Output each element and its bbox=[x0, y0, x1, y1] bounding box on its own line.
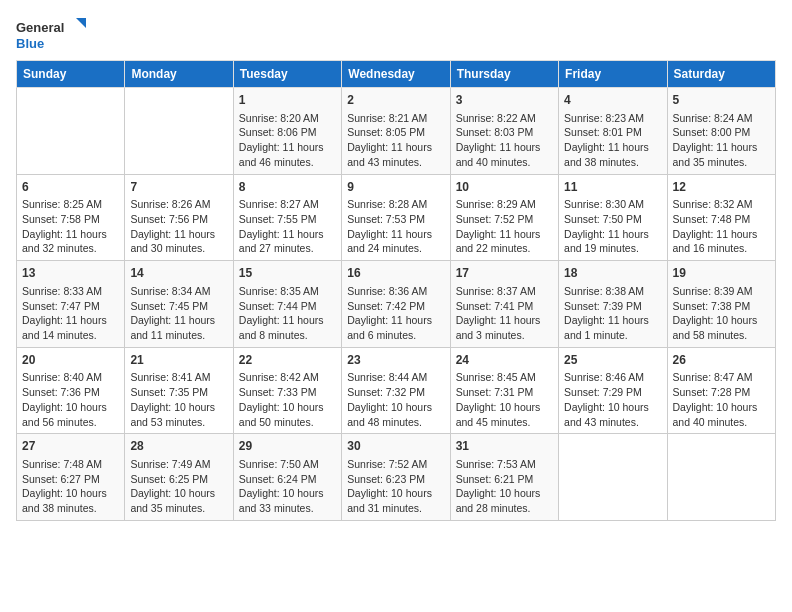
header-row: SundayMondayTuesdayWednesdayThursdayFrid… bbox=[17, 61, 776, 88]
day-cell: 11Sunrise: 8:30 AMSunset: 7:50 PMDayligh… bbox=[559, 174, 667, 261]
week-row-4: 20Sunrise: 8:40 AMSunset: 7:36 PMDayligh… bbox=[17, 347, 776, 434]
day-number: 24 bbox=[456, 352, 553, 369]
day-number: 27 bbox=[22, 438, 119, 455]
svg-marker-2 bbox=[76, 18, 86, 28]
day-number: 19 bbox=[673, 265, 770, 282]
day-cell: 1Sunrise: 8:20 AMSunset: 8:06 PMDaylight… bbox=[233, 88, 341, 175]
calendar-table: SundayMondayTuesdayWednesdayThursdayFrid… bbox=[16, 60, 776, 521]
col-header-saturday: Saturday bbox=[667, 61, 775, 88]
day-number: 15 bbox=[239, 265, 336, 282]
col-header-tuesday: Tuesday bbox=[233, 61, 341, 88]
day-cell: 30Sunrise: 7:52 AMSunset: 6:23 PMDayligh… bbox=[342, 434, 450, 521]
day-number: 4 bbox=[564, 92, 661, 109]
day-cell: 28Sunrise: 7:49 AMSunset: 6:25 PMDayligh… bbox=[125, 434, 233, 521]
day-cell: 19Sunrise: 8:39 AMSunset: 7:38 PMDayligh… bbox=[667, 261, 775, 348]
day-number: 25 bbox=[564, 352, 661, 369]
day-cell: 27Sunrise: 7:48 AMSunset: 6:27 PMDayligh… bbox=[17, 434, 125, 521]
svg-text:General: General bbox=[16, 20, 64, 35]
day-number: 22 bbox=[239, 352, 336, 369]
day-number: 5 bbox=[673, 92, 770, 109]
calendar-header: SundayMondayTuesdayWednesdayThursdayFrid… bbox=[17, 61, 776, 88]
day-cell: 14Sunrise: 8:34 AMSunset: 7:45 PMDayligh… bbox=[125, 261, 233, 348]
day-number: 30 bbox=[347, 438, 444, 455]
day-cell: 10Sunrise: 8:29 AMSunset: 7:52 PMDayligh… bbox=[450, 174, 558, 261]
day-cell bbox=[17, 88, 125, 175]
col-header-sunday: Sunday bbox=[17, 61, 125, 88]
day-number: 13 bbox=[22, 265, 119, 282]
week-row-3: 13Sunrise: 8:33 AMSunset: 7:47 PMDayligh… bbox=[17, 261, 776, 348]
day-number: 8 bbox=[239, 179, 336, 196]
day-cell: 3Sunrise: 8:22 AMSunset: 8:03 PMDaylight… bbox=[450, 88, 558, 175]
logo-svg: General Blue bbox=[16, 16, 86, 52]
day-cell: 29Sunrise: 7:50 AMSunset: 6:24 PMDayligh… bbox=[233, 434, 341, 521]
logo: General Blue bbox=[16, 16, 86, 52]
day-number: 23 bbox=[347, 352, 444, 369]
header: General Blue bbox=[16, 16, 776, 52]
day-cell: 20Sunrise: 8:40 AMSunset: 7:36 PMDayligh… bbox=[17, 347, 125, 434]
day-number: 31 bbox=[456, 438, 553, 455]
day-cell: 7Sunrise: 8:26 AMSunset: 7:56 PMDaylight… bbox=[125, 174, 233, 261]
day-cell: 16Sunrise: 8:36 AMSunset: 7:42 PMDayligh… bbox=[342, 261, 450, 348]
day-number: 21 bbox=[130, 352, 227, 369]
col-header-thursday: Thursday bbox=[450, 61, 558, 88]
day-cell: 12Sunrise: 8:32 AMSunset: 7:48 PMDayligh… bbox=[667, 174, 775, 261]
day-cell: 4Sunrise: 8:23 AMSunset: 8:01 PMDaylight… bbox=[559, 88, 667, 175]
day-cell: 25Sunrise: 8:46 AMSunset: 7:29 PMDayligh… bbox=[559, 347, 667, 434]
day-cell: 21Sunrise: 8:41 AMSunset: 7:35 PMDayligh… bbox=[125, 347, 233, 434]
day-number: 3 bbox=[456, 92, 553, 109]
day-cell: 9Sunrise: 8:28 AMSunset: 7:53 PMDaylight… bbox=[342, 174, 450, 261]
day-cell: 24Sunrise: 8:45 AMSunset: 7:31 PMDayligh… bbox=[450, 347, 558, 434]
day-cell: 18Sunrise: 8:38 AMSunset: 7:39 PMDayligh… bbox=[559, 261, 667, 348]
day-number: 11 bbox=[564, 179, 661, 196]
day-cell: 13Sunrise: 8:33 AMSunset: 7:47 PMDayligh… bbox=[17, 261, 125, 348]
day-number: 28 bbox=[130, 438, 227, 455]
day-number: 10 bbox=[456, 179, 553, 196]
calendar-body: 1Sunrise: 8:20 AMSunset: 8:06 PMDaylight… bbox=[17, 88, 776, 521]
day-cell: 31Sunrise: 7:53 AMSunset: 6:21 PMDayligh… bbox=[450, 434, 558, 521]
day-number: 1 bbox=[239, 92, 336, 109]
day-number: 16 bbox=[347, 265, 444, 282]
day-number: 20 bbox=[22, 352, 119, 369]
day-cell bbox=[667, 434, 775, 521]
day-cell: 6Sunrise: 8:25 AMSunset: 7:58 PMDaylight… bbox=[17, 174, 125, 261]
col-header-friday: Friday bbox=[559, 61, 667, 88]
day-number: 12 bbox=[673, 179, 770, 196]
week-row-2: 6Sunrise: 8:25 AMSunset: 7:58 PMDaylight… bbox=[17, 174, 776, 261]
day-cell: 8Sunrise: 8:27 AMSunset: 7:55 PMDaylight… bbox=[233, 174, 341, 261]
day-cell: 2Sunrise: 8:21 AMSunset: 8:05 PMDaylight… bbox=[342, 88, 450, 175]
day-number: 29 bbox=[239, 438, 336, 455]
col-header-wednesday: Wednesday bbox=[342, 61, 450, 88]
day-cell: 17Sunrise: 8:37 AMSunset: 7:41 PMDayligh… bbox=[450, 261, 558, 348]
day-number: 2 bbox=[347, 92, 444, 109]
svg-text:Blue: Blue bbox=[16, 36, 44, 51]
day-cell: 26Sunrise: 8:47 AMSunset: 7:28 PMDayligh… bbox=[667, 347, 775, 434]
day-number: 9 bbox=[347, 179, 444, 196]
week-row-1: 1Sunrise: 8:20 AMSunset: 8:06 PMDaylight… bbox=[17, 88, 776, 175]
week-row-5: 27Sunrise: 7:48 AMSunset: 6:27 PMDayligh… bbox=[17, 434, 776, 521]
day-number: 6 bbox=[22, 179, 119, 196]
day-number: 18 bbox=[564, 265, 661, 282]
day-cell: 5Sunrise: 8:24 AMSunset: 8:00 PMDaylight… bbox=[667, 88, 775, 175]
day-cell bbox=[125, 88, 233, 175]
day-number: 26 bbox=[673, 352, 770, 369]
day-number: 14 bbox=[130, 265, 227, 282]
col-header-monday: Monday bbox=[125, 61, 233, 88]
day-cell: 22Sunrise: 8:42 AMSunset: 7:33 PMDayligh… bbox=[233, 347, 341, 434]
day-cell bbox=[559, 434, 667, 521]
day-number: 17 bbox=[456, 265, 553, 282]
day-cell: 23Sunrise: 8:44 AMSunset: 7:32 PMDayligh… bbox=[342, 347, 450, 434]
day-number: 7 bbox=[130, 179, 227, 196]
day-cell: 15Sunrise: 8:35 AMSunset: 7:44 PMDayligh… bbox=[233, 261, 341, 348]
